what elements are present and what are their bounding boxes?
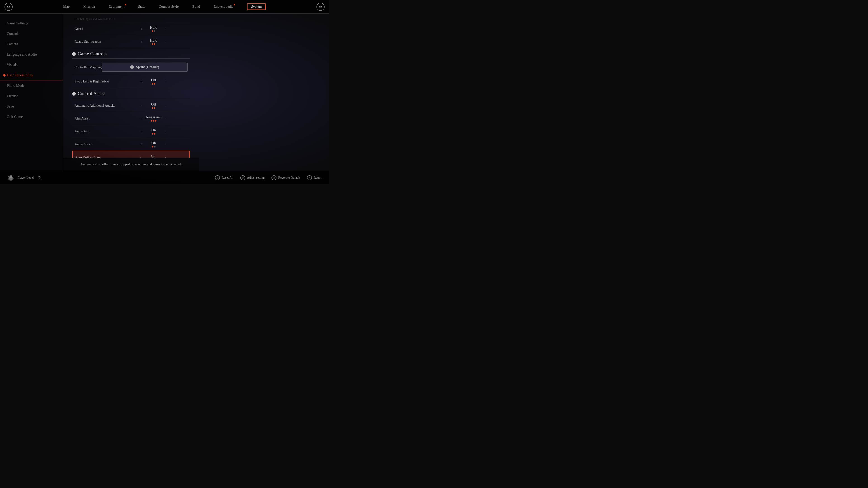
sidebar-item-language-and-audio[interactable]: Language and Audio — [0, 49, 63, 60]
arrow-right-icon[interactable]: › — [165, 156, 166, 158]
nav-item-stats[interactable]: Stats — [138, 5, 145, 8]
value-block-swap-sticks: Off — [145, 78, 163, 85]
arrow-left-icon[interactable]: ‹ — [141, 39, 142, 43]
sidebar-item-save[interactable]: Save — [0, 101, 63, 111]
content-area: Combat Styles and Weapons PRO Guard‹Hold… — [63, 13, 199, 158]
setting-value-text-guard: Hold — [145, 26, 163, 30]
r1-badge[interactable]: R1 — [316, 3, 324, 11]
nav-item-equipment[interactable]: Equipment — [109, 5, 125, 8]
setting-row-auto-collect[interactable]: Auto-Collect Items‹On› — [72, 151, 190, 158]
section-header-control-assist: Control Assist — [72, 88, 190, 98]
arrow-left-icon[interactable]: ‹ — [141, 79, 142, 84]
description-area: Automatically collect items dropped by e… — [63, 158, 199, 171]
nav-item-encyclopedia[interactable]: Encyclopedia — [214, 5, 234, 8]
value-area-auto-collect: ‹On› — [119, 154, 187, 158]
setting-value-text-auto-collect: On — [144, 154, 162, 158]
return-icon: ○ — [307, 175, 312, 180]
arrow-right-icon[interactable]: › — [165, 27, 166, 31]
setting-label-auto-grab: Auto-Grab — [74, 129, 120, 133]
value-dots — [152, 31, 155, 32]
sidebar-item-camera[interactable]: Camera — [0, 39, 63, 49]
setting-row-auto-attacks[interactable]: Automatic Additional Attacks‹Off› — [72, 99, 190, 112]
arrow-right-icon[interactable]: › — [165, 142, 166, 146]
value-dots — [152, 83, 155, 85]
sidebar-item-user-accessibility[interactable]: User Accessibility — [0, 70, 63, 80]
nav-item-combat-style[interactable]: Combat Style — [159, 5, 179, 8]
arrow-left-icon[interactable]: ‹ — [141, 27, 142, 31]
value-dots — [152, 107, 155, 109]
arrow-left-icon[interactable]: ‹ — [140, 156, 141, 158]
player-level-label: Player Level — [18, 176, 34, 180]
value-area-auto-attacks: ‹Off› — [120, 102, 188, 109]
setting-value-text-auto-grab: On — [145, 128, 163, 132]
setting-row-controller-mapping[interactable]: Controller MappingSprint (Default) — [72, 59, 190, 75]
reset-all-label: Reset All — [222, 176, 234, 180]
bottom-bar: Player Level 2 ⊙Reset All⊕Adjust setting… — [0, 171, 329, 184]
nav-item-bond[interactable]: Bond — [192, 5, 200, 8]
arrow-right-icon[interactable]: › — [165, 129, 166, 133]
setting-value-text-auto-crouch: On — [145, 141, 163, 145]
section-title-control-assist: Control Assist — [78, 91, 105, 96]
value-block-aim-assist: Aim Assist — [145, 115, 163, 122]
arrow-left-icon[interactable]: ‹ — [141, 129, 142, 133]
value-block-auto-collect: On — [144, 154, 162, 158]
value-block-auto-crouch: On — [145, 141, 163, 147]
setting-row-ready-sub-weapon[interactable]: Ready Sub-weapon‹Hold› — [72, 35, 190, 48]
revert-default-icon: □ — [272, 175, 276, 180]
arrow-right-icon[interactable]: › — [165, 116, 166, 121]
arrow-right-icon[interactable]: › — [165, 39, 166, 43]
value-area-swap-sticks: ‹Off› — [120, 78, 188, 85]
settings-container: Guard‹Hold›Ready Sub-weapon‹Hold›Game Co… — [72, 22, 190, 158]
value-dots — [151, 120, 156, 122]
arrow-left-icon[interactable]: ‹ — [141, 142, 142, 146]
value-area-auto-crouch: ‹On› — [120, 141, 188, 147]
sidebar-item-controls[interactable]: Controls — [0, 29, 63, 39]
arrow-right-icon[interactable]: › — [165, 103, 166, 107]
bottom-action-adjust-setting[interactable]: ⊕Adjust setting — [240, 175, 265, 180]
reset-all-icon: ⊙ — [215, 175, 220, 180]
setting-label-auto-attacks: Automatic Additional Attacks — [74, 104, 120, 107]
setting-label-aim-assist: Aim Assist — [74, 117, 120, 121]
bottom-actions: ⊙Reset All⊕Adjust setting□Revert to Defa… — [215, 175, 322, 180]
nav-item-mission[interactable]: Mission — [84, 5, 95, 8]
setting-row-guard[interactable]: Guard‹Hold› — [72, 22, 190, 35]
player-icon — [7, 174, 15, 182]
setting-row-auto-crouch[interactable]: Auto-Crouch‹On› — [72, 138, 190, 151]
setting-label-swap-sticks: Swap Left & Right Sticks — [74, 79, 120, 84]
bottom-action-reset-all[interactable]: ⊙Reset All — [215, 175, 234, 180]
adjust-setting-icon: ⊕ — [240, 175, 245, 180]
value-dots — [152, 133, 155, 134]
arrow-left-icon[interactable]: ‹ — [141, 103, 142, 107]
player-info: Player Level 2 — [7, 174, 41, 182]
setting-row-swap-sticks[interactable]: Swap Left & Right Sticks‹Off› — [72, 75, 190, 88]
sidebar-item-photo-mode[interactable]: Photo Mode — [0, 80, 63, 91]
sidebar: Game SettingsControlsCameraLanguage and … — [0, 13, 63, 171]
controller-mapping-value: Sprint (Default) — [102, 63, 188, 72]
arrow-right-icon[interactable]: › — [165, 79, 166, 84]
setting-row-aim-assist[interactable]: Aim Assist‹Aim Assist› — [72, 112, 190, 125]
controller-mapping-text: Sprint (Default) — [136, 65, 159, 69]
setting-label-auto-collect: Auto-Collect Items — [75, 156, 119, 158]
main-layout: Game SettingsControlsCameraLanguage and … — [0, 13, 329, 171]
sidebar-item-game-settings[interactable]: Game Settings — [0, 18, 63, 29]
adjust-setting-label: Adjust setting — [247, 176, 265, 180]
bottom-action-return[interactable]: ○Return — [307, 175, 322, 180]
bottom-action-revert-default[interactable]: □Revert to Default — [272, 175, 300, 180]
value-block-auto-grab: On — [145, 128, 163, 134]
sidebar-item-visuals[interactable]: Visuals — [0, 60, 63, 70]
setting-row-auto-grab[interactable]: Auto-Grab‹On› — [72, 125, 190, 138]
sidebar-item-quit-game[interactable]: Quit Game — [0, 111, 63, 122]
value-dots — [152, 43, 155, 45]
nav-item-system[interactable]: System — [247, 3, 266, 10]
svg-point-1 — [10, 176, 12, 178]
value-block-ready-sub-weapon: Hold — [145, 38, 163, 45]
arrow-left-icon[interactable]: ‹ — [141, 116, 142, 121]
l1-badge[interactable]: L1 — [4, 3, 13, 11]
setting-label-controller-mapping: Controller Mapping — [74, 65, 102, 69]
nav-item-map[interactable]: Map — [63, 5, 70, 8]
value-area-aim-assist: ‹Aim Assist› — [120, 115, 188, 122]
value-block-auto-attacks: Off — [145, 102, 163, 109]
content-scroll[interactable]: Combat Styles and Weapons PRO Guard‹Hold… — [63, 13, 199, 158]
sidebar-item-license[interactable]: License — [0, 91, 63, 101]
value-area-guard: ‹Hold› — [120, 26, 188, 32]
